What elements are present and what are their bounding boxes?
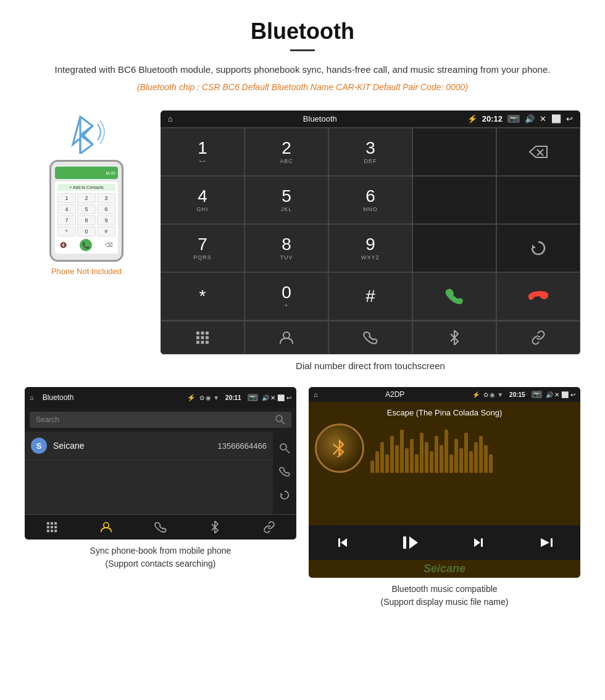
dial-key-3[interactable]: 3DEF xyxy=(328,128,412,176)
music-device: ⌂ A2DP ⚡ ✿ ◉ ▼ 20:15 📷 🔊 ✕ ⬜ ↩ Escape (T… xyxy=(309,387,580,578)
phonebook-caption: Sync phone-book from mobile phone (Suppo… xyxy=(25,544,296,570)
search-placeholder: Search xyxy=(36,415,275,424)
screen-icon[interactable]: ⬜ xyxy=(551,114,561,123)
bluetooth-signal-icon xyxy=(62,110,111,154)
back-icon[interactable]: ↩ xyxy=(566,114,573,123)
phone-key-0[interactable]: 0 xyxy=(77,227,96,236)
dial-key-1[interactable]: 1⌁⌁ xyxy=(161,128,244,176)
dial-key-0[interactable]: 0+ xyxy=(244,272,328,320)
contact-row[interactable]: S Seicane 13566664466 xyxy=(25,431,273,460)
music-time: 20:15 xyxy=(509,391,525,398)
seicane-watermark: Seicane xyxy=(309,560,580,578)
pb-phone-icon[interactable] xyxy=(273,461,296,485)
contact-number: 13566664466 xyxy=(217,441,267,451)
dial-key-5[interactable]: 5JKL xyxy=(244,176,328,224)
dial-key-call-red[interactable] xyxy=(496,272,580,320)
link-icon[interactable] xyxy=(496,321,580,354)
pb-link-btn[interactable] xyxy=(242,515,296,540)
dial-key-7[interactable]: 7PQRS xyxy=(161,224,244,272)
pb-refresh-icon[interactable] xyxy=(273,485,296,508)
pb-dialpad-btn[interactable] xyxy=(25,515,79,540)
svg-marker-6 xyxy=(532,244,536,248)
eq-bar xyxy=(489,454,493,473)
eq-bar xyxy=(370,460,374,473)
music-home-icon[interactable]: ⌂ xyxy=(314,391,318,398)
pb-home-icon[interactable]: ⌂ xyxy=(30,394,34,401)
title-divider xyxy=(290,49,315,51)
dial-screen-caption: Dial number direct from touchscreen xyxy=(161,360,580,371)
phone-key-1[interactable]: 1 xyxy=(57,193,76,203)
contacts-icon[interactable] xyxy=(244,321,328,354)
phone-key-hash[interactable]: # xyxy=(97,227,115,236)
svg-marker-0 xyxy=(73,117,93,154)
dial-display-empty-4 xyxy=(412,224,496,272)
svg-line-20 xyxy=(286,449,290,453)
dialpad-icon[interactable] xyxy=(161,321,244,354)
dial-display-empty-1 xyxy=(412,128,496,176)
contact-avatar: S xyxy=(31,438,47,454)
phone-key-4[interactable]: 4 xyxy=(57,204,76,214)
home-icon[interactable]: ⌂ xyxy=(168,114,173,123)
prev-track-button[interactable] xyxy=(309,529,377,556)
dial-key-star[interactable]: * xyxy=(161,272,244,320)
music-controls xyxy=(309,525,580,560)
dial-display-empty-3 xyxy=(496,176,580,224)
dial-key-2[interactable]: 2ABC xyxy=(244,128,328,176)
music-col: ⌂ A2DP ⚡ ✿ ◉ ▼ 20:15 📷 🔊 ✕ ⬜ ↩ Escape (T… xyxy=(309,387,580,609)
pb-usb-icon: ⚡ xyxy=(187,394,196,402)
pb-search-icon[interactable] xyxy=(273,438,296,461)
skip-forward-button[interactable] xyxy=(512,529,580,556)
eq-bar xyxy=(385,454,389,473)
pb-phone-btn[interactable] xyxy=(133,515,188,540)
bluetooth-icon[interactable] xyxy=(412,321,496,354)
dial-key-call-green[interactable] xyxy=(412,272,496,320)
eq-bar xyxy=(420,433,424,473)
phone-key-3[interactable]: 3 xyxy=(97,193,115,203)
phonebook-device: ⌂ Bluetooth ⚡ ✿ ◉ ▼ 20:11 📷 🔊 ✕ ⬜ ↩ Sear… xyxy=(25,387,296,540)
phone-key-7[interactable]: 7 xyxy=(57,215,76,225)
equalizer xyxy=(370,423,574,473)
play-pause-button[interactable] xyxy=(377,529,444,556)
phonebook-status-bar: ⌂ Bluetooth ⚡ ✿ ◉ ▼ 20:11 📷 🔊 ✕ ⬜ ↩ xyxy=(25,387,296,408)
dial-key-hash[interactable]: # xyxy=(328,272,412,320)
svg-rect-29 xyxy=(51,530,53,532)
phone-key-8[interactable]: 8 xyxy=(77,215,96,225)
dial-key-9[interactable]: 9WXYZ xyxy=(328,224,412,272)
bottom-screenshots: ⌂ Bluetooth ⚡ ✿ ◉ ▼ 20:11 📷 🔊 ✕ ⬜ ↩ Sear… xyxy=(0,387,605,609)
phone-key-5[interactable]: 5 xyxy=(77,204,96,214)
eq-bar xyxy=(415,454,419,473)
phone-aside: M:20 + Add to Contacts 1 2 3 4 5 6 7 8 9… xyxy=(25,110,148,276)
volume-icon[interactable]: 🔊 xyxy=(525,114,535,123)
dial-key-8[interactable]: 8TUV xyxy=(244,224,328,272)
phone-key-9[interactable]: 9 xyxy=(97,215,115,225)
dial-key-6[interactable]: 6MNO xyxy=(328,176,412,224)
svg-marker-21 xyxy=(281,493,283,495)
next-track-button[interactable] xyxy=(444,529,512,556)
eq-bar xyxy=(484,445,488,473)
phone-call-button[interactable]: 📞 xyxy=(80,239,92,251)
svg-marker-33 xyxy=(341,538,347,547)
dial-key-refresh[interactable] xyxy=(496,224,580,272)
pb-contacts-btn[interactable] xyxy=(79,515,133,540)
pb-bluetooth-btn[interactable] xyxy=(188,515,242,540)
phonebook-sidebar xyxy=(273,431,296,514)
dialpad-grid: 1⌁⌁ 2ABC 3DEF 4GHI xyxy=(161,127,580,320)
phone-key-star[interactable]: * xyxy=(57,227,76,236)
close-icon[interactable]: ✕ xyxy=(540,114,546,123)
phone-key-6[interactable]: 6 xyxy=(97,204,115,214)
camera-icon[interactable]: 📷 xyxy=(507,115,520,123)
phone-key-2[interactable]: 2 xyxy=(77,193,96,203)
svg-rect-38 xyxy=(481,538,483,547)
phone-screen-top: M:20 xyxy=(55,167,118,179)
phone-icon[interactable] xyxy=(328,321,412,354)
eq-bar xyxy=(425,442,428,473)
eq-bar xyxy=(405,448,409,473)
pb-app-title: Bluetooth xyxy=(38,390,183,405)
eq-bar xyxy=(469,451,473,473)
eq-bar xyxy=(435,436,438,473)
svg-rect-28 xyxy=(47,530,49,532)
dial-key-backspace[interactable] xyxy=(496,128,580,176)
dial-key-4[interactable]: 4GHI xyxy=(161,176,244,224)
main-section: M:20 + Add to Contacts 1 2 3 4 5 6 7 8 9… xyxy=(0,98,605,387)
music-content: Escape (The Pina Colada Song) ♪ xyxy=(309,402,580,525)
